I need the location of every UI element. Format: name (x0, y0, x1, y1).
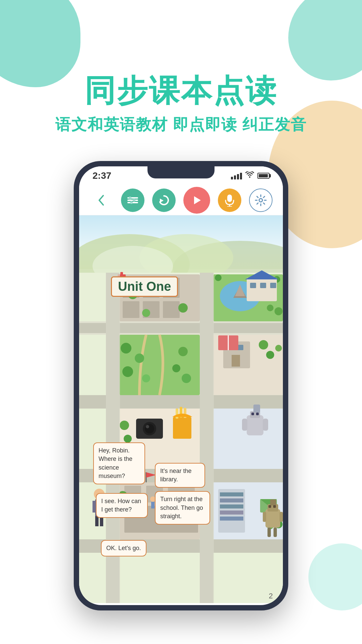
phone-notch (147, 166, 215, 178)
svg-rect-131 (280, 512, 283, 522)
menu-button[interactable] (121, 189, 144, 212)
svg-rect-55 (119, 335, 200, 395)
svg-point-49 (267, 305, 274, 311)
svg-rect-127 (270, 499, 276, 505)
toolbar (79, 185, 283, 215)
dialog-5[interactable]: OK. Let's go. (101, 540, 146, 556)
svg-rect-132 (267, 528, 271, 537)
svg-point-59 (142, 374, 150, 382)
page-number: 2 (269, 592, 273, 600)
phone-mockup: 2:37 (74, 161, 288, 610)
svg-rect-85 (247, 415, 263, 435)
svg-rect-129 (273, 505, 276, 508)
mic-button[interactable] (218, 189, 241, 212)
refresh-button[interactable] (152, 189, 176, 212)
svg-rect-123 (95, 516, 99, 526)
phone-frame: 2:37 (74, 161, 288, 610)
svg-rect-88 (251, 413, 254, 415)
svg-rect-91 (263, 419, 268, 431)
svg-point-60 (178, 347, 188, 356)
svg-rect-79 (176, 409, 178, 419)
svg-marker-8 (194, 196, 201, 204)
svg-rect-53 (260, 283, 266, 288)
svg-rect-54 (270, 283, 276, 288)
dialog-4[interactable]: Turn right at the school. Then go straig… (155, 491, 210, 525)
svg-point-77 (146, 425, 149, 428)
wifi-icon (245, 171, 254, 180)
svg-point-0 (249, 176, 250, 178)
svg-point-40 (142, 309, 150, 317)
svg-rect-125 (265, 509, 280, 528)
svg-rect-9 (227, 195, 232, 202)
svg-rect-109 (220, 504, 243, 508)
header-section: 同步课本点读 语文和英语教材 即点即读 纠正发音 (0, 74, 362, 135)
status-icons (231, 171, 269, 180)
svg-point-46 (215, 274, 222, 281)
svg-point-82 (120, 421, 129, 430)
svg-rect-78 (173, 417, 191, 439)
svg-rect-30 (123, 301, 139, 318)
map-content: Unit One Hey, Robin. Where is the scienc… (79, 215, 283, 605)
svg-rect-100 (151, 502, 155, 508)
svg-rect-90 (242, 419, 247, 431)
svg-point-69 (266, 351, 274, 359)
dialog-1[interactable]: Hey, Robin. Where is the science museum? (93, 442, 145, 484)
svg-point-58 (122, 366, 133, 377)
svg-point-12 (259, 199, 262, 202)
svg-point-4 (129, 197, 131, 199)
svg-rect-133 (274, 528, 277, 537)
svg-point-57 (135, 354, 144, 363)
blob-top-right (288, 0, 362, 80)
svg-point-83 (124, 435, 132, 443)
svg-rect-108 (220, 498, 243, 502)
svg-rect-89 (256, 413, 259, 415)
main-title: 同步课本点读 (0, 74, 362, 108)
svg-point-56 (121, 343, 131, 354)
svg-rect-118 (200, 273, 214, 603)
blob-bottom-right (308, 543, 362, 610)
phone-screen: 2:37 (79, 166, 283, 605)
svg-rect-32 (163, 301, 180, 318)
svg-rect-110 (220, 511, 243, 515)
svg-rect-50 (247, 278, 277, 301)
dialog-3[interactable]: I see. How can I get there? (96, 493, 148, 518)
svg-point-41 (178, 303, 188, 313)
svg-point-68 (259, 340, 268, 350)
svg-point-5 (133, 199, 135, 202)
svg-rect-111 (220, 517, 243, 521)
svg-point-48 (275, 307, 283, 315)
svg-rect-87 (253, 405, 260, 413)
back-button[interactable] (90, 189, 113, 212)
svg-point-6 (130, 201, 133, 204)
unit-one-label[interactable]: Unit One (111, 276, 178, 297)
settings-button[interactable] (249, 189, 273, 212)
svg-point-61 (172, 364, 180, 372)
svg-rect-128 (268, 505, 271, 508)
svg-point-76 (145, 424, 154, 433)
svg-rect-52 (250, 283, 256, 288)
svg-rect-130 (263, 512, 266, 522)
svg-rect-107 (220, 492, 243, 496)
svg-point-70 (275, 345, 282, 352)
svg-marker-7 (160, 199, 164, 203)
signal-icon (231, 172, 242, 179)
battery-icon (257, 173, 269, 179)
sub-title: 语文和英语教材 即点即读 纠正发音 (0, 114, 362, 135)
dialog-2[interactable]: It's near the library. (155, 463, 205, 488)
svg-point-62 (182, 374, 191, 383)
svg-rect-67 (232, 355, 240, 367)
status-time: 2:37 (93, 170, 111, 181)
play-button[interactable] (183, 187, 210, 214)
